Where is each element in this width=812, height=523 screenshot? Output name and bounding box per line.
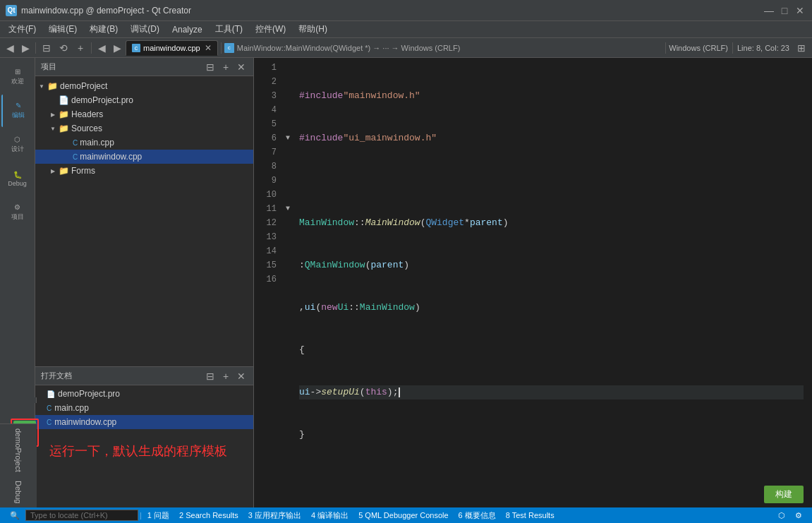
code-editor[interactable]: 1 2 3 4 5 6 7 8 9 10 11 12 13 14 15 16	[254, 58, 812, 507]
open-doc-pro[interactable]: 📄 demoProject.pro	[35, 387, 253, 401]
app-window: Qt mainwindow.cpp @ demoProject - Qt Cre…	[0, 0, 812, 523]
window-controls: — □ ✕	[763, 4, 806, 17]
status-search-results-label: 2 Search Results	[179, 511, 238, 519]
debug-icon: 🐛	[13, 171, 22, 179]
sidebar-welcome-btn[interactable]: ⊞ 欢迎	[1, 61, 34, 93]
panel-add-btn[interactable]: +	[219, 61, 232, 73]
open-docs-close-btn[interactable]: ✕	[235, 370, 248, 383]
status-item-test-results[interactable]: 8 Test Results	[502, 507, 559, 523]
title-bar: Qt mainwindow.cpp @ demoProject - Qt Cre…	[0, 0, 812, 21]
menu-controls[interactable]: 控件(W)	[250, 22, 291, 37]
welcome-icon: ⊞	[15, 68, 20, 76]
project-label: 项目	[11, 212, 24, 222]
open-docs-list: 📄 demoProject.pro C main.cpp C mainwindo…	[35, 385, 253, 507]
sidebar-edit-btn[interactable]: ✎ 编辑	[1, 95, 34, 127]
pro-label: demoProject.pro	[71, 95, 133, 105]
split-button[interactable]: ⊞	[794, 40, 809, 56]
tree-item-root[interactable]: ▼ 📁 demoProject	[35, 79, 253, 93]
status-item-app-output[interactable]: 3 应用程序输出	[244, 507, 305, 523]
menu-debug[interactable]: 调试(D)	[125, 22, 165, 37]
status-problems-label: 1 问题	[147, 510, 169, 521]
toolbar: ◀ ▶ ⊟ ⟲ + ◀ ▶ c mainwindow.cpp ✕ c MainW…	[0, 38, 812, 58]
menu-tools[interactable]: 工具(T)	[210, 22, 248, 37]
run-area-panel	[0, 397, 37, 403]
tab-label: mainwindow.cpp	[143, 44, 200, 52]
tab-close-button[interactable]: ✕	[205, 43, 212, 53]
tree-item-pro[interactable]: 📄 demoProject.pro	[35, 93, 253, 107]
close-button[interactable]: ✕	[794, 4, 806, 17]
open-doc-main[interactable]: C main.cpp	[35, 401, 253, 415]
status-search-icon[interactable]: 🔍	[6, 507, 24, 523]
tree-item-sources[interactable]: ▼ 📁 Sources	[35, 121, 253, 136]
status-test-results-label: 8 Test Results	[506, 511, 555, 519]
edit-label: 编辑	[12, 111, 25, 120]
code-content[interactable]: #include "mainwindow.h" #include "ui_mai…	[293, 58, 804, 507]
open-docs-add-btn[interactable]: +	[219, 370, 232, 383]
panel-filter-btn[interactable]: ⊟	[204, 61, 217, 73]
menu-file[interactable]: 文件(F)	[3, 22, 42, 37]
build-button[interactable]: 构建	[764, 486, 804, 503]
tree-item-forms[interactable]: ▶ 📁 Forms	[35, 164, 253, 178]
window-title: mainwindow.cpp @ demoProject - Qt Creato…	[21, 6, 191, 16]
forms-icon: 📁	[59, 166, 69, 176]
headers-icon: 📁	[59, 109, 69, 119]
toolbar-sep-1	[35, 42, 36, 54]
line-numbers: 1 2 3 4 5 6 7 8 9 10 11 12 13 14 15 16	[254, 58, 282, 507]
root-arrow-icon: ▼	[38, 83, 45, 90]
menu-edit[interactable]: 编辑(E)	[43, 22, 83, 37]
status-item-compile-output[interactable]: 4 编译输出	[307, 507, 353, 523]
toolbar-nav: ◀ ▶	[3, 41, 32, 55]
code-line-6: , ui(new Ui::MainWindow)	[299, 301, 804, 315]
demoprojecttab-bottom[interactable]: demoProject	[11, 424, 25, 476]
menu-analyze[interactable]: Analyze	[166, 23, 208, 36]
status-expand-btn[interactable]: ⬡	[774, 507, 789, 523]
toolbar-sep-2	[91, 42, 92, 54]
code-line-5: : QMainWindow(parent)	[299, 258, 804, 272]
sources-label: Sources	[71, 124, 102, 133]
debugtab-bottom[interactable]: Debug	[11, 476, 25, 507]
tree-item-mainwindow-cpp[interactable]: C mainwindow.cpp	[35, 150, 253, 164]
open-doc-mainwindow[interactable]: C mainwindow.cpp	[35, 415, 253, 429]
toolbar-sep-5	[732, 42, 733, 54]
status-item-problems[interactable]: 1 问题	[143, 507, 174, 523]
add-button[interactable]: +	[73, 40, 88, 56]
menu-build[interactable]: 构建(B)	[84, 22, 123, 37]
status-item-overview[interactable]: 6 概要信息	[454, 507, 500, 523]
tree-item-main-cpp[interactable]: C main.cpp	[35, 136, 253, 150]
code-line-2: #include "ui_mainwindow.h"	[299, 131, 804, 145]
design-icon: ⬡	[14, 136, 20, 143]
sidebar-design-btn[interactable]: ⬡ 设计	[1, 128, 34, 161]
sidebar-project-btn[interactable]: ⚙ 项目	[1, 196, 34, 229]
code-line-3	[299, 174, 804, 188]
status-qml-debugger-label: 5 QML Debugger Console	[358, 511, 448, 519]
sidebar-debug-btn[interactable]: 🐛 Debug	[1, 162, 34, 195]
code-line-8: ui->setupUi(this);	[299, 385, 804, 399]
back-button[interactable]: ◀	[3, 41, 17, 55]
project-icon: ⚙	[14, 203, 20, 211]
tab-forward-button[interactable]: ▶	[110, 41, 124, 55]
doc-main-label: main.cpp	[54, 403, 89, 413]
minimize-button[interactable]: —	[763, 4, 775, 17]
maximize-button[interactable]: □	[778, 4, 791, 17]
code-line-9: }	[299, 428, 804, 442]
tab-back-button[interactable]: ◀	[95, 41, 109, 55]
minimap-gutter	[804, 58, 812, 507]
menu-help[interactable]: 帮助(H)	[293, 22, 333, 37]
tree-item-headers[interactable]: ▶ 📁 Headers	[35, 107, 253, 121]
locate-input[interactable]	[25, 510, 138, 521]
panel-close-btn[interactable]: ✕	[235, 61, 248, 73]
editor-tab-mainwindow[interactable]: c mainwindow.cpp ✕	[126, 40, 218, 56]
debug-label: Debug	[8, 180, 27, 187]
sync-button[interactable]: ⟲	[56, 40, 71, 56]
status-settings-btn[interactable]: ⚙	[791, 507, 806, 523]
forms-arrow-icon: ▶	[49, 168, 56, 174]
status-item-qml-debugger[interactable]: 5 QML Debugger Console	[354, 507, 452, 523]
code-line-7: {	[299, 343, 804, 357]
status-item-search-results[interactable]: 2 Search Results	[175, 507, 243, 523]
filter-button[interactable]: ⊟	[39, 40, 54, 56]
status-bar: 🔍 | 1 问题 2 Search Results 3 应用程序输出 4 编译输…	[0, 507, 812, 523]
forward-button[interactable]: ▶	[18, 41, 32, 55]
status-app-output-label: 3 应用程序输出	[248, 510, 301, 521]
design-label: 设计	[11, 145, 24, 154]
open-docs-filter-btn[interactable]: ⊟	[204, 370, 217, 383]
